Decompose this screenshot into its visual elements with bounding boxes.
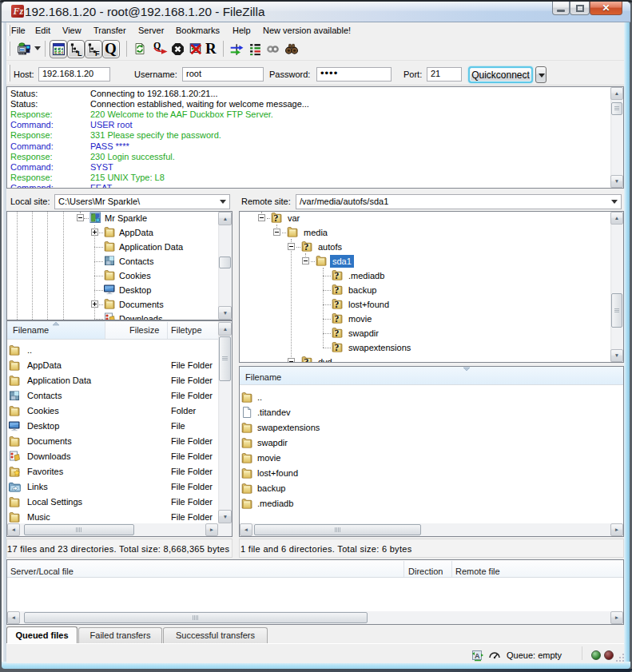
svg-text:?: ?: [304, 356, 308, 362]
svg-text:?: ?: [334, 270, 339, 281]
svg-text:?: ?: [334, 342, 339, 353]
svg-text:?: ?: [334, 299, 339, 310]
svg-text:?: ?: [334, 284, 339, 296]
svg-text:?: ?: [273, 213, 278, 224]
svg-text:?: ?: [304, 241, 308, 252]
svg-text:?: ?: [334, 328, 339, 339]
svg-text:?: ?: [334, 313, 339, 324]
